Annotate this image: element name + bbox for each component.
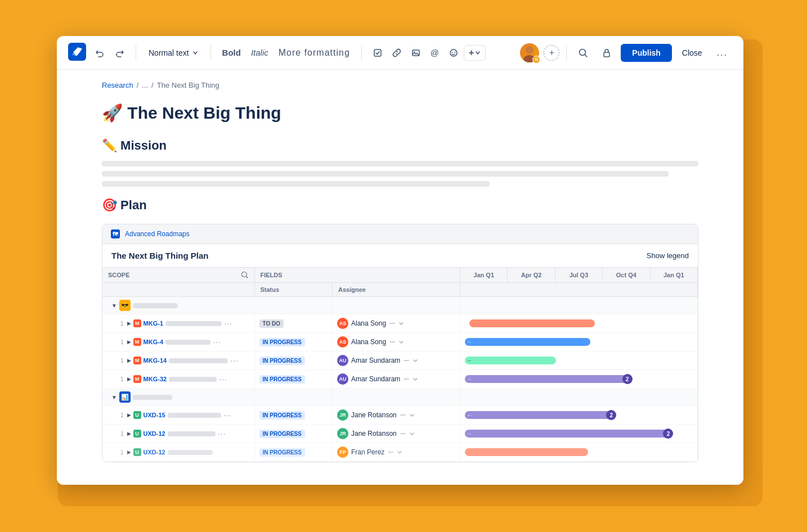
assignee-name-mkg14: Amar Sundaram	[351, 357, 400, 364]
chevron-uxd12a[interactable]	[409, 431, 415, 436]
redo-button[interactable]	[111, 45, 129, 61]
insert-more-button[interactable]: +	[464, 45, 486, 61]
placeholder-line-2	[102, 171, 669, 177]
text-style-dropdown[interactable]: Normal text	[143, 45, 204, 61]
table-subheader-row: Status Assignee	[102, 283, 698, 297]
svg-point-27	[402, 414, 404, 416]
svg-rect-1	[374, 49, 381, 56]
uxd12b-icon: U	[133, 448, 141, 456]
chevron-uxd12b[interactable]	[397, 449, 402, 455]
add-collaborator-button[interactable]: +	[544, 45, 559, 61]
assignee-more-uxd12b[interactable]	[387, 449, 394, 456]
overflow-menu-button[interactable]: ...	[712, 44, 732, 61]
chevron-mkg32[interactable]	[413, 376, 418, 382]
avatar-badge: G	[532, 56, 540, 64]
mention-button[interactable]: @	[426, 44, 443, 61]
emoji-button[interactable]	[445, 45, 463, 61]
svg-point-19	[393, 341, 394, 342]
scope-header: SCOPE	[102, 268, 254, 283]
timeline-bar-uxd15: ← 2	[465, 411, 613, 419]
breadcrumb-research[interactable]: Research	[102, 81, 133, 89]
expand-icon-2[interactable]: ▼	[111, 394, 117, 400]
group-row-1: ▼ 😎	[102, 297, 698, 314]
roadmap-plan-title: The Next Big Thing Plan	[111, 251, 209, 260]
expand-icon-mkg4[interactable]: ▶	[127, 339, 131, 345]
search-button[interactable]	[573, 44, 593, 61]
expand-icon-mkg32[interactable]: ▶	[127, 376, 131, 382]
assignee-name-uxd15: Jane Rotanson	[351, 411, 397, 419]
divider-1	[136, 45, 136, 61]
mission-heading: ✏️ Mission	[102, 138, 698, 153]
group-icon-2: 📊	[119, 391, 131, 403]
link-button[interactable]	[388, 45, 406, 61]
expand-icon-mkg1[interactable]: ▶	[127, 321, 131, 326]
status-badge-mkg14: IN PROGRESS	[259, 357, 305, 365]
row-actions-mkg32[interactable]: ···	[219, 375, 227, 384]
svg-rect-10	[604, 52, 609, 57]
undo-button[interactable]	[91, 45, 109, 61]
show-legend-button[interactable]: Show legend	[647, 251, 689, 260]
timeline-bar-mkg4: ←	[465, 338, 590, 346]
expand-icon-uxd15[interactable]: ▶	[127, 412, 131, 418]
assignee-more-mkg1[interactable]	[389, 320, 396, 327]
table-row: 1 ▶ U UXD-15 ··· IN PROGRESS	[102, 406, 698, 425]
jul-q3-header: Jul Q3	[555, 268, 602, 283]
status-subheader: Status	[254, 283, 333, 297]
chevron-mkg4[interactable]	[398, 339, 404, 345]
status-badge-mkg32: IN PROGRESS	[259, 375, 305, 384]
apr-q2-header: Apr Q2	[508, 268, 555, 283]
timeline-bar-uxd12b	[465, 448, 588, 456]
svg-point-32	[388, 452, 389, 453]
chevron-mkg14[interactable]	[413, 358, 418, 363]
row-actions-mkg1[interactable]: ···	[224, 319, 232, 328]
assignee-avatar-mkg1: AS	[337, 318, 348, 329]
svg-point-22	[407, 360, 409, 361]
svg-point-17	[390, 341, 391, 342]
row-actions-mkg14[interactable]: ···	[230, 356, 239, 365]
lock-button[interactable]	[597, 44, 616, 61]
row-actions-mkg4[interactable]: ···	[213, 337, 221, 346]
more-format-button[interactable]: More formatting	[274, 44, 355, 61]
oct-q4-header: Oct Q4	[603, 268, 650, 283]
svg-point-7	[526, 46, 533, 54]
image-button[interactable]	[407, 45, 425, 61]
expand-icon-uxd12b[interactable]: ▶	[127, 449, 131, 455]
svg-point-30	[402, 433, 404, 434]
table-row: 1 ▶ M MKG-4 ··· IN PROGRESS	[102, 333, 698, 351]
assignee-more-uxd15[interactable]	[400, 412, 406, 418]
roadmap-body: The Next Big Thing Plan Show legend SCOP…	[102, 244, 698, 462]
svg-point-34	[392, 452, 393, 453]
expand-icon-mkg14[interactable]: ▶	[127, 358, 131, 363]
assignee-avatar-uxd15: JR	[337, 409, 348, 421]
row-actions-uxd15[interactable]: ···	[223, 411, 232, 420]
chevron-uxd15[interactable]	[409, 412, 415, 418]
plan-heading: 🎯 Plan	[102, 198, 698, 213]
breadcrumb: Research / ... / The Next Big Thing	[102, 81, 698, 89]
assignee-more-mkg32[interactable]	[403, 376, 410, 382]
issue-key-mkg1: MKG-1	[144, 320, 163, 327]
svg-point-24	[406, 378, 407, 380]
svg-point-25	[407, 378, 409, 380]
close-button[interactable]: Close	[676, 45, 708, 61]
expand-icon-1[interactable]: ▼	[111, 303, 117, 309]
table-row: 1 ▶ M MKG-1 ··· TO DO	[102, 314, 698, 333]
confluence-logo[interactable]	[68, 43, 86, 63]
jan-q1-2-header: Jan Q1	[650, 268, 697, 283]
assignee-avatar-uxd12b: FP	[337, 447, 348, 458]
bold-button[interactable]: Bold	[218, 44, 245, 61]
svg-point-26	[401, 414, 402, 416]
assignee-more-uxd12a[interactable]	[400, 430, 406, 437]
publish-button[interactable]: Publish	[621, 44, 672, 62]
assignee-more-mkg4[interactable]	[389, 339, 396, 345]
expand-icon-uxd12a[interactable]: ▶	[127, 431, 131, 436]
assignee-avatar-mkg4: AS	[337, 336, 348, 348]
row-actions-uxd12a[interactable]: ···	[218, 429, 226, 438]
divider-3	[361, 45, 362, 61]
assignee-more-mkg14[interactable]	[403, 357, 410, 364]
table-row: 1 ▶ U UXD-12 IN PROGRESS	[102, 443, 698, 462]
text-style-label: Normal text	[149, 48, 189, 57]
svg-point-16	[393, 323, 394, 324]
checkbox-button[interactable]	[369, 45, 387, 61]
italic-button[interactable]: Italic	[246, 44, 273, 61]
chevron-mkg1[interactable]	[398, 321, 404, 326]
